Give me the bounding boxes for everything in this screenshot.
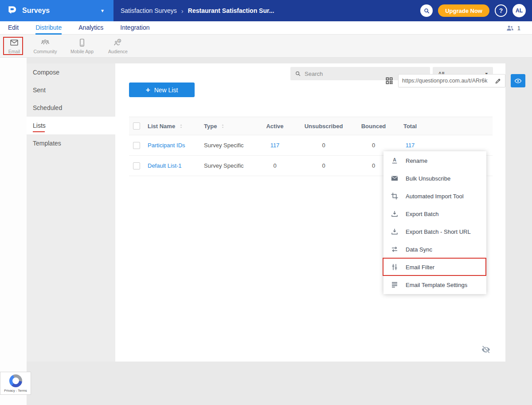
channel-audience[interactable]: $ Audience bbox=[101, 35, 135, 57]
data-sync-icon bbox=[391, 245, 399, 253]
row-checkbox[interactable] bbox=[133, 162, 140, 169]
menu-item-label: Data Sync bbox=[406, 246, 432, 253]
email-icon bbox=[10, 38, 19, 47]
email-template-settings-icon bbox=[391, 281, 399, 289]
export-batch-short-url-icon bbox=[391, 228, 399, 236]
channel-email[interactable]: Email bbox=[1, 35, 27, 57]
help-button[interactable]: ? bbox=[495, 4, 507, 17]
sidebar-item-compose[interactable]: Compose bbox=[27, 63, 115, 81]
survey-url-field[interactable]: https://questionpro.com.au/t/ARr6k bbox=[398, 74, 505, 87]
channel-community-label: Community bbox=[33, 49, 57, 54]
community-icon bbox=[41, 38, 50, 47]
total-count[interactable]: 117 bbox=[392, 142, 428, 149]
new-list-button[interactable]: + New List bbox=[129, 83, 195, 97]
sidebar-item-scheduled[interactable]: Scheduled bbox=[27, 99, 115, 117]
breadcrumb: Satisfaction Surveys › Restaurant Satisf… bbox=[121, 0, 274, 21]
chevron-down-icon: ▾ bbox=[101, 8, 104, 14]
unsubscribed-count: 0 bbox=[293, 162, 355, 169]
page: Surveys ▾ Satisfaction Surveys › Restaur… bbox=[0, 0, 532, 405]
edit-url-icon[interactable] bbox=[495, 78, 501, 84]
search-icon bbox=[295, 71, 301, 77]
list-type: Survey Specific bbox=[204, 142, 257, 149]
channel-email-label: Email bbox=[8, 49, 20, 54]
sort-icon[interactable] bbox=[178, 123, 184, 129]
channel-mobile-app-label: Mobile App bbox=[70, 49, 94, 54]
bounced-count: 0 bbox=[355, 142, 392, 149]
menu-item-automated-import-tool[interactable]: Automated Import Tool bbox=[383, 187, 486, 205]
list-type: Survey Specific bbox=[204, 162, 257, 169]
product-switcher[interactable]: Surveys ▾ bbox=[0, 0, 113, 21]
menu-item-label: Export Batch - Short URL bbox=[406, 228, 471, 235]
eye-icon bbox=[514, 77, 522, 85]
sidebar-item-templates[interactable]: Templates bbox=[27, 134, 115, 152]
avatar[interactable]: AL bbox=[512, 4, 526, 17]
tab-analytics[interactable]: Analytics bbox=[78, 21, 103, 35]
tab-distribute[interactable]: Distribute bbox=[35, 21, 62, 35]
sidebar-item-lists[interactable]: Lists bbox=[27, 117, 115, 134]
header-total: Total bbox=[392, 123, 428, 130]
header-type: Type bbox=[204, 123, 217, 130]
menu-item-email-filter[interactable]: Email Filter bbox=[383, 258, 486, 276]
tab-edit[interactable]: Edit bbox=[8, 21, 19, 35]
menu-item-bulk-unsubscribe[interactable]: Bulk Unsubscribe bbox=[383, 169, 486, 187]
distribute-channels: Email Community Mobile App $ Audience bbox=[0, 35, 532, 57]
header-bounced: Bounced bbox=[355, 123, 392, 130]
menu-item-data-sync[interactable]: Data Sync bbox=[383, 240, 486, 258]
distribute-toolbar: Email Community Mobile App $ Audience ht… bbox=[0, 35, 532, 58]
header-actions: Upgrade Now ? AL bbox=[420, 0, 526, 21]
preview-button[interactable] bbox=[511, 74, 525, 87]
recaptcha-badge[interactable]: Privacy - Terms bbox=[0, 372, 31, 395]
menu-item-export-batch-short-url[interactable]: Export Batch - Short URL bbox=[383, 223, 486, 240]
export-batch-icon bbox=[391, 210, 399, 218]
active-count[interactable]: 117 bbox=[257, 142, 293, 149]
menu-item-email-template-settings[interactable]: Email Template Settings bbox=[383, 276, 486, 294]
mobile-app-icon bbox=[78, 38, 86, 47]
sort-icon[interactable] bbox=[220, 123, 226, 129]
breadcrumb-survey-name[interactable]: Restaurant Satisfaction Sur... bbox=[188, 7, 274, 14]
automated-import-icon bbox=[391, 192, 399, 200]
menu-item-label: Export Batch bbox=[406, 211, 438, 217]
rename-icon: A bbox=[391, 157, 399, 165]
bulk-unsubscribe-icon bbox=[391, 174, 399, 182]
breadcrumb-separator-icon: › bbox=[181, 7, 184, 15]
list-name-link[interactable]: Default List-1 bbox=[148, 162, 182, 169]
left-gutter bbox=[0, 58, 27, 405]
sidebar-item-lists-label: Lists bbox=[33, 122, 46, 129]
plus-icon: + bbox=[146, 86, 150, 94]
unsubscribed-count: 0 bbox=[293, 142, 355, 149]
survey-url[interactable]: https://questionpro.com.au/t/ARr6k bbox=[402, 78, 492, 84]
breadcrumb-folder[interactable]: Satisfaction Surveys bbox=[121, 7, 177, 14]
questionpro-logo-icon bbox=[6, 5, 18, 16]
eye-off-icon[interactable] bbox=[481, 345, 491, 354]
channel-mobile-app[interactable]: Mobile App bbox=[63, 35, 101, 57]
header-unsubscribed: Unsubscribed bbox=[293, 123, 355, 130]
list-name-link[interactable]: Participant IDs bbox=[148, 142, 185, 149]
svg-text:A: A bbox=[393, 157, 396, 162]
row-checkbox[interactable] bbox=[133, 142, 140, 149]
sidebar-item-sent[interactable]: Sent bbox=[27, 81, 115, 99]
collaborators[interactable]: 1 bbox=[506, 21, 520, 35]
collaborators-count: 1 bbox=[517, 25, 520, 31]
email-sidebar: Compose Sent Scheduled Lists Templates bbox=[27, 63, 115, 362]
menu-item-label: Email Template Settings bbox=[406, 282, 467, 288]
menu-item-label: Automated Import Tool bbox=[406, 193, 464, 200]
table-header-row: List Name Type Active Unsubscribed Bounc… bbox=[129, 117, 493, 135]
select-all-checkbox[interactable] bbox=[133, 122, 140, 130]
qr-code-icon[interactable] bbox=[385, 76, 394, 85]
recaptcha-icon bbox=[9, 374, 22, 387]
annotation-lists-underline bbox=[33, 131, 45, 132]
top-header: Surveys ▾ Satisfaction Surveys › Restaur… bbox=[0, 0, 532, 21]
menu-item-export-batch[interactable]: Export Batch bbox=[383, 205, 486, 223]
tab-integration[interactable]: Integration bbox=[120, 21, 149, 35]
menu-item-label: Rename bbox=[406, 157, 427, 164]
recaptcha-label[interactable]: Privacy - Terms bbox=[4, 389, 27, 393]
list-actions-menu: A Rename Bulk Unsubscribe Automated Impo… bbox=[383, 151, 486, 294]
audience-icon: $ bbox=[113, 38, 122, 47]
upgrade-now-button[interactable]: Upgrade Now bbox=[438, 4, 489, 17]
menu-item-rename[interactable]: A Rename bbox=[383, 152, 486, 169]
channel-community[interactable]: Community bbox=[27, 35, 63, 57]
svg-text:$: $ bbox=[118, 39, 120, 42]
section-tabs: Edit Distribute Analytics Integration 1 bbox=[0, 21, 532, 35]
global-search-button[interactable] bbox=[420, 4, 433, 17]
header-list-name: List Name bbox=[148, 123, 175, 130]
